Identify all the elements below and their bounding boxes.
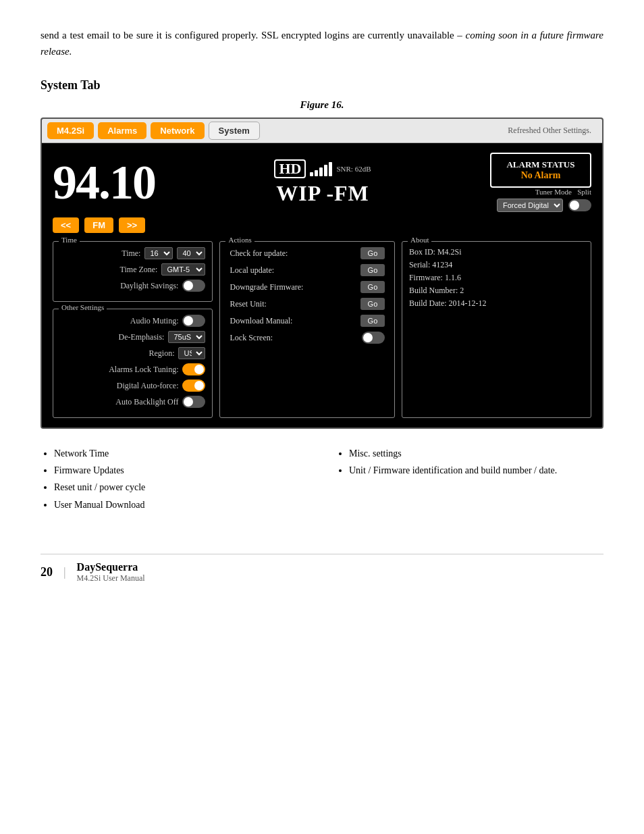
digital-auto-label: Digital Auto-force: <box>117 381 179 391</box>
device-ui: M4.2Si Alarms Network System Refreshed O… <box>41 118 603 429</box>
footer-subtitle: M4.2Si User Manual <box>77 573 145 583</box>
check-update-row: Check for update: Go <box>227 247 387 259</box>
center-section: HD SNR: 62dB WIP -FM <box>274 159 371 206</box>
alarms-lock-row: Alarms Lock Tuning: <box>60 363 205 375</box>
annot-unit-firmware: Unit / Firmware identification and build… <box>349 462 603 479</box>
page-footer: 20 | DaySequerra M4.2Si User Manual <box>41 554 603 583</box>
annot-reset-unit: Reset unit / power cycle <box>54 479 308 496</box>
about-box-id: Box ID: M4.2Si <box>409 247 584 257</box>
downgrade-row: Downgrade Firmware: Go <box>227 281 387 293</box>
signal-bar-1 <box>310 172 313 176</box>
timezone-label: Time Zone: <box>103 265 157 275</box>
reset-unit-go[interactable]: Go <box>360 298 385 310</box>
tab-m4si[interactable]: M4.2Si <box>47 122 94 139</box>
tab-alarms[interactable]: Alarms <box>98 122 146 139</box>
actions-panel-title: Actions <box>225 236 254 244</box>
auto-backlight-toggle[interactable] <box>182 396 205 408</box>
time-panel-title: Time <box>59 236 80 244</box>
time-row: Time: 16 40 <box>60 247 205 259</box>
downgrade-go[interactable]: Go <box>360 281 385 293</box>
reset-unit-label: Reset Unit: <box>230 299 266 309</box>
check-update-label: Check for update: <box>230 249 288 259</box>
time-panel: Time Time: 16 40 Time Zone: GMT-5 <box>53 241 213 302</box>
lock-screen-row: Lock Screen: <box>227 332 387 344</box>
signal-bar-4 <box>324 165 327 176</box>
time-hour-select[interactable]: 16 <box>144 247 173 259</box>
alarms-lock-toggle[interactable] <box>182 363 205 375</box>
section-heading: System Tab <box>41 78 603 93</box>
annot-right-list: Misc. settings Unit / Firmware identific… <box>336 445 603 479</box>
page-number: 20 <box>41 565 53 579</box>
nav-fwd-button[interactable]: >> <box>119 217 145 233</box>
auto-backlight-label: Auto Backlight Off <box>115 397 178 407</box>
annot-right: Misc. settings Unit / Firmware identific… <box>336 445 603 513</box>
main-area: 94.10 HD SNR: 62dB WIP -FM <box>42 143 602 427</box>
intro-paragraph: send a test email to be sure it is confi… <box>41 27 603 59</box>
hd-logo: HD <box>274 159 306 178</box>
footer-brand: DaySequerra <box>77 561 145 573</box>
time-min-select[interactable]: 40 <box>177 247 205 259</box>
annot-firmware-updates: Firmware Updates <box>54 462 308 479</box>
actions-panel: Actions Check for update: Go Local updat… <box>219 241 394 418</box>
download-manual-go[interactable]: Go <box>360 315 385 327</box>
alarm-status-title: ALARM STATUS <box>501 159 581 170</box>
signal-bar-3 <box>319 167 323 176</box>
daylight-label: Daylight Savings: <box>120 281 178 291</box>
tab-bar: M4.2Si Alarms Network System Refreshed O… <box>42 119 602 143</box>
hd-snr-row: HD SNR: 62dB <box>274 159 371 178</box>
footer-brand-block: DaySequerra M4.2Si User Manual <box>77 561 145 583</box>
de-emphasis-select[interactable]: 75uS <box>168 331 205 343</box>
signal-bars <box>310 161 332 176</box>
local-update-row: Local update: Go <box>227 264 387 276</box>
alarm-tuner-section: ALARM STATUS No Alarm Tuner Mode Split F… <box>490 153 591 212</box>
about-build-number: Build Number: 2 <box>409 286 584 296</box>
tuner-mode-label: Tuner Mode <box>535 188 572 196</box>
lock-screen-toggle[interactable] <box>362 332 385 344</box>
footer-divider: | <box>63 565 66 579</box>
download-manual-row: Download Manual: Go <box>227 315 387 327</box>
nav-fm-button[interactable]: FM <box>84 217 113 233</box>
audio-muting-toggle[interactable] <box>182 315 205 327</box>
split-toggle[interactable] <box>568 199 591 211</box>
annot-network-time: Network Time <box>54 445 308 462</box>
de-emphasis-row: De-Emphasis: 75uS <box>60 331 205 343</box>
figure-caption: Figure 16. <box>41 99 603 111</box>
about-firmware: Firmware: 1.1.6 <box>409 273 584 283</box>
alarm-status-value: No Alarm <box>501 170 581 181</box>
daylight-row: Daylight Savings: <box>60 280 205 292</box>
auto-backlight-row: Auto Backlight Off <box>60 396 205 408</box>
other-settings-title: Other Settings <box>59 303 107 311</box>
refresh-text: Refreshed Other Settings. <box>508 126 591 136</box>
annot-user-manual: User Manual Download <box>54 496 308 513</box>
annot-left: Network Time Firmware Updates Reset unit… <box>41 445 308 513</box>
reset-unit-row: Reset Unit: Go <box>227 298 387 310</box>
signal-bar-5 <box>329 162 332 176</box>
local-update-go[interactable]: Go <box>360 264 385 276</box>
audio-muting-label: Audio Muting: <box>124 316 178 326</box>
about-build-date: Build Date: 2014-12-12 <box>409 298 584 309</box>
region-select[interactable]: US <box>178 347 205 359</box>
nav-back-button[interactable]: << <box>53 217 79 233</box>
annot-left-list: Network Time Firmware Updates Reset unit… <box>41 445 308 513</box>
tuner-mode-section: Tuner Mode Split Forced Digital <box>490 188 591 212</box>
other-settings-panel: Other Settings Audio Muting: De-Emphasis… <box>53 309 213 418</box>
timezone-row: Time Zone: GMT-5 <box>60 263 205 276</box>
tab-system[interactable]: System <box>209 122 260 140</box>
tuner-split-label: Split <box>577 188 591 196</box>
local-update-label: Local update: <box>230 265 274 276</box>
panels-row: Time Time: 16 40 Time Zone: GMT-5 <box>53 241 591 418</box>
station-name: WIP -FM <box>276 181 369 206</box>
snr-label: SNR: 62dB <box>336 165 371 173</box>
digital-auto-toggle[interactable] <box>182 380 205 392</box>
check-update-go[interactable]: Go <box>360 247 385 259</box>
tuner-mode-select[interactable]: Forced Digital <box>497 199 563 212</box>
tab-bar-left: M4.2Si Alarms Network System <box>47 122 260 140</box>
about-serial: Serial: 41234 <box>409 260 584 270</box>
download-manual-label: Download Manual: <box>230 316 292 326</box>
daylight-toggle[interactable] <box>182 280 205 292</box>
region-row: Region: US <box>60 347 205 359</box>
timezone-select[interactable]: GMT-5 <box>161 263 205 276</box>
time-label: Time: <box>86 249 140 259</box>
tab-network[interactable]: Network <box>151 122 204 139</box>
region-label: Region: <box>120 348 174 359</box>
